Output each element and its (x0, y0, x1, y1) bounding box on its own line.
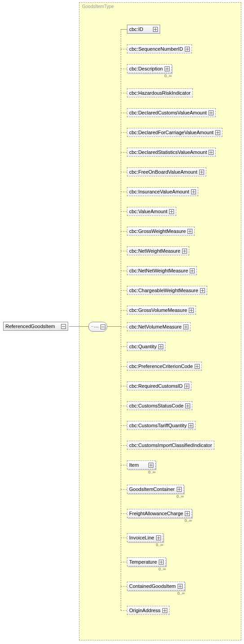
plus-icon[interactable] (209, 110, 214, 115)
cardinality-label: 0..∞ (127, 518, 192, 523)
schema-element[interactable]: cbc:InsuranceValueAmount (127, 187, 198, 196)
child-connector (121, 513, 127, 514)
schema-element[interactable]: cbc:Quantity (127, 342, 166, 351)
plus-icon[interactable] (148, 463, 153, 468)
plus-icon[interactable] (189, 308, 194, 313)
schema-element[interactable]: cbc:NetWeightMeasure (127, 246, 189, 255)
schema-element[interactable]: cbc:CustomsTariffQuantity (127, 421, 196, 430)
schema-element[interactable]: cbc:ID (127, 25, 160, 34)
plus-icon[interactable] (177, 487, 182, 492)
plus-icon[interactable] (195, 364, 200, 369)
plus-icon[interactable] (191, 189, 196, 194)
schema-element[interactable]: GoodsItemContainer0..∞ (127, 485, 184, 499)
child-connector (121, 192, 127, 192)
child-connector (121, 489, 127, 490)
sequence-dots-icon: ▪▪▪ (94, 325, 99, 329)
child-connector (121, 211, 127, 212)
plus-icon[interactable] (178, 584, 183, 589)
plus-icon[interactable] (159, 560, 164, 565)
child-connector (121, 610, 127, 611)
element-label: Item (129, 462, 139, 468)
plus-icon[interactable] (165, 66, 170, 71)
plus-icon[interactable] (209, 150, 214, 155)
plus-icon[interactable] (169, 209, 174, 214)
schema-element[interactable]: cbc:GrossWeightMeasure (127, 227, 195, 236)
child-connector (121, 562, 127, 562)
root-element[interactable]: ReferencedGoodsItem (3, 322, 68, 331)
plus-icon[interactable] (156, 535, 161, 540)
element-label: cbc:DeclaredCustomsValueAmount (129, 110, 207, 115)
plus-icon[interactable] (199, 170, 204, 175)
child-connector (121, 271, 127, 271)
schema-element[interactable]: FreightAllowanceCharge0..∞ (127, 509, 192, 523)
child-connector (121, 172, 127, 172)
plus-icon[interactable] (162, 608, 167, 613)
schema-element[interactable]: InvoiceLine0..∞ (127, 533, 163, 547)
schema-element[interactable]: cbc:NetNetWeightMeasure (127, 266, 197, 275)
schema-element[interactable]: cbc:SequenceNumberID (127, 44, 192, 53)
child-connector (121, 93, 127, 93)
child-connector (121, 310, 127, 311)
element-label: cbc:NetVolumeMeasure (129, 324, 182, 329)
schema-element[interactable]: cbc:FreeOnBoardValueAmount (127, 167, 206, 176)
schema-element[interactable]: Item0..∞ (127, 460, 156, 474)
element-label: cbc:ValueAmount (129, 209, 167, 214)
plus-icon[interactable] (188, 423, 193, 428)
element-label: cbc:PreferenceCriterionCode (129, 364, 193, 369)
schema-element[interactable]: cbc:ChargeableWeightMeasure (127, 286, 207, 295)
child-connector (121, 251, 127, 251)
plus-icon[interactable] (190, 268, 195, 273)
cardinality-label: 0..∞ (127, 494, 184, 499)
schema-element[interactable]: cbc:CustomsStatusCode (127, 401, 192, 410)
element-label: GoodsItemContainer (129, 486, 175, 492)
minus-icon[interactable] (61, 324, 66, 329)
element-label: cbc:RequiredCustomsID (129, 383, 183, 389)
schema-element[interactable]: cbc:RequiredCustomsID (127, 381, 192, 390)
element-label: cbc:CustomsImportClassifiedIndicator (129, 442, 212, 448)
plus-icon[interactable] (215, 130, 220, 135)
schema-element[interactable]: cbc:ValueAmount (127, 207, 176, 216)
cardinality-label: 0..∞ (127, 567, 166, 571)
element-label: cbc:Quantity (129, 344, 157, 349)
plus-icon[interactable] (187, 229, 192, 234)
schema-element[interactable]: cbc:HazardousRiskIndicator (127, 88, 193, 97)
schema-element[interactable]: cbc:Description0..∞ (127, 64, 172, 78)
schema-element[interactable]: OriginAddress (127, 606, 170, 615)
plus-icon[interactable] (200, 288, 205, 293)
plus-icon[interactable] (153, 27, 158, 32)
schema-element[interactable]: cbc:GrossVolumeMeasure (127, 306, 196, 315)
schema-element[interactable]: cbc:DeclaredCustomsValueAmount (127, 108, 216, 117)
element-label: cbc:Description (129, 66, 163, 71)
plus-icon[interactable] (185, 511, 190, 516)
type-label: GoodsItemType (82, 4, 114, 9)
child-connector (121, 69, 127, 69)
plus-icon[interactable] (184, 384, 189, 389)
schema-element[interactable]: cbc:CustomsImportClassifiedIndicator (127, 441, 214, 450)
child-connector (121, 425, 127, 426)
plus-icon[interactable] (158, 344, 163, 349)
element-label: cbc:DeclaredForCarriageValueAmount (129, 130, 214, 135)
connector-line (121, 29, 121, 610)
sequence-indicator[interactable]: ▪▪▪ (88, 322, 107, 332)
schema-element[interactable]: ContainedGoodsItem0..∞ (127, 582, 185, 596)
element-label: cbc:GrossVolumeMeasure (129, 307, 187, 313)
root-label: ReferencedGoodsItem (5, 324, 55, 329)
plus-icon[interactable] (185, 47, 190, 52)
element-label: cbc:NetWeightMeasure (129, 248, 180, 254)
schema-element[interactable]: cbc:DeclaredStatisticsValueAmount (127, 148, 216, 157)
schema-element[interactable]: Temperature0..∞ (127, 557, 166, 571)
schema-element[interactable]: cbc:DeclaredForCarriageValueAmount (127, 128, 222, 137)
schema-element[interactable]: cbc:NetVolumeMeasure (127, 322, 191, 331)
schema-element[interactable]: cbc:PreferenceCriterionCode (127, 362, 202, 371)
plus-icon[interactable] (183, 324, 188, 329)
cardinality-label: 0..∞ (127, 591, 185, 596)
minus-icon[interactable] (100, 324, 105, 329)
child-connector (121, 327, 127, 327)
element-label: FreightAllowanceCharge (129, 511, 183, 516)
element-label: cbc:CustomsStatusCode (129, 403, 183, 408)
child-connector (121, 49, 127, 49)
cardinality-label: 0..∞ (127, 543, 163, 547)
plus-icon[interactable] (182, 249, 187, 254)
plus-icon[interactable] (185, 403, 190, 408)
element-label: cbc:HazardousRiskIndicator (129, 90, 191, 96)
